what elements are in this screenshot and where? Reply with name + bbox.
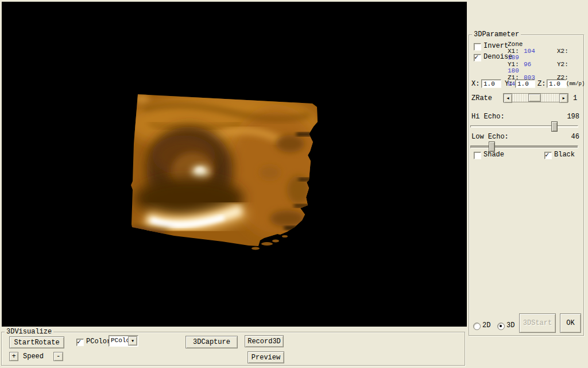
pcolor-dropdown[interactable]: PColor ▼ (109, 335, 138, 347)
parameter-groupbox-title: 3DParameter (472, 30, 521, 39)
3d-viewport[interactable] (2, 2, 467, 327)
hi-echo-value: 198 (567, 113, 579, 121)
shade-checkbox[interactable] (474, 152, 481, 159)
zone-row-x: X1:104X2:189 (508, 48, 583, 62)
visualize-groupbox: 3DVisualize StartRotate + Speed - PColor… (1, 332, 465, 366)
x-scale-label: X: (471, 80, 479, 88)
denoise-checkbox[interactable] (474, 54, 481, 62)
low-echo-label: Low Echo: (471, 133, 509, 141)
3dstart-button[interactable]: 3DStart (519, 313, 556, 333)
preview-button[interactable]: Preview (247, 351, 284, 363)
mode-3d-radio[interactable] (497, 323, 505, 330)
invert-checkbox[interactable] (474, 43, 481, 51)
zrate-scrollbar-track[interactable] (511, 94, 560, 102)
app-window: { "parameter_panel": { "title": "3DParam… (0, 0, 588, 368)
hi-echo-track[interactable] (470, 125, 578, 128)
zrate-label: ZRate (471, 95, 492, 102)
y-scale-input[interactable] (515, 79, 535, 88)
speed-plus-button[interactable]: + (9, 352, 18, 361)
record3d-button[interactable]: Record3D (245, 335, 284, 347)
start-rotate-button[interactable]: StartRotate (9, 336, 64, 348)
hi-echo-thumb[interactable] (551, 121, 558, 132)
scale-unit-label: (mm/p) (566, 80, 585, 88)
mode-2d-label: 2D (482, 322, 490, 329)
zrate-scrollbar-thumb[interactable] (528, 94, 541, 102)
zrate-value: 1 (573, 95, 577, 102)
ok-button[interactable]: OK (560, 313, 581, 333)
y-scale-label: Y: (505, 80, 513, 88)
mode-2d-radio[interactable] (473, 323, 481, 330)
low-echo-slider[interactable] (470, 141, 578, 151)
speed-label: Speed (23, 353, 44, 361)
3dcapture-button[interactable]: 3DCapture (185, 336, 238, 348)
zone-title: Zone (508, 41, 583, 48)
mode-3d-label: 3D (506, 322, 514, 329)
black-label: Black (554, 151, 575, 159)
speed-minus-button[interactable]: - (53, 352, 63, 361)
low-echo-track[interactable] (470, 145, 578, 148)
invert-label: Invert (483, 43, 508, 50)
pcolor-checkbox[interactable] (76, 339, 84, 346)
low-echo-value: 46 (571, 133, 579, 141)
hi-echo-slider[interactable] (470, 121, 578, 131)
shade-label: Shade (483, 151, 504, 159)
dropdown-arrow-icon[interactable]: ▼ (128, 336, 137, 346)
black-checkbox[interactable] (544, 152, 552, 159)
parameter-groupbox: 3DParameter Invert Denoise Zone X1:104X2… (469, 34, 584, 336)
zrate-scrollbar[interactable]: ◄ ► (503, 93, 568, 102)
pcolor-label: PColor (86, 338, 111, 346)
z-scale-input[interactable] (547, 79, 567, 88)
hi-echo-label: Hi Echo: (471, 113, 505, 121)
z-scale-label: Z: (537, 80, 546, 88)
visualize-groupbox-title: 3DVisualize (5, 328, 53, 336)
x-scale-input[interactable] (481, 79, 501, 88)
ultrasound-render (2, 2, 467, 327)
zrate-right-arrow-icon[interactable]: ► (559, 94, 568, 103)
zone-row-y: Y1:96Y2:180 (508, 62, 583, 75)
